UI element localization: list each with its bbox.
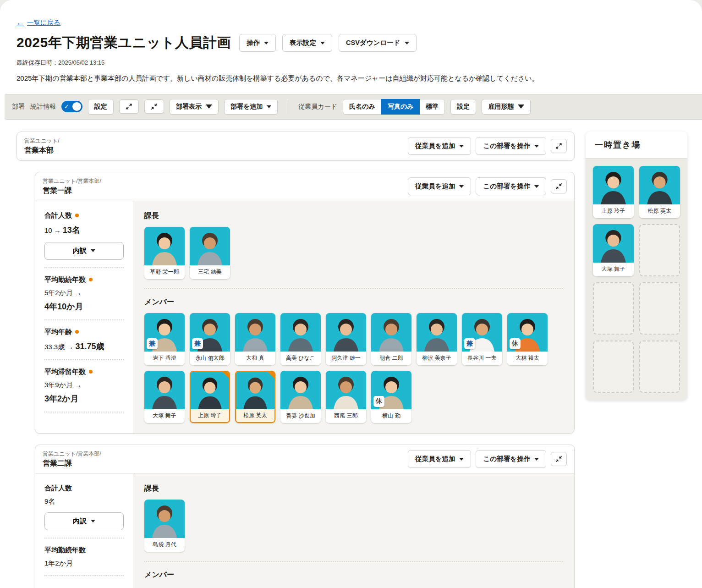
employee-card[interactable]: 三宅 結美 bbox=[190, 227, 230, 279]
stat-block: 合計人数 10 →13名 内訳 bbox=[44, 211, 124, 268]
add-employee-button[interactable]: 従業員を追加 bbox=[408, 177, 471, 195]
view-toolbar: 部署 統計情報 ✓ 設定 部署表示 部署を追加 従業員カード 氏名のみ写真のみ標… bbox=[5, 94, 702, 120]
avatar bbox=[593, 224, 634, 263]
employee-card[interactable]: 松原 英太 bbox=[639, 166, 680, 218]
card-settings-button[interactable]: 設定 bbox=[450, 99, 476, 115]
back-to-list-link[interactable]: ←一覧に戻る bbox=[16, 18, 60, 27]
stat-block: 平均滞留年数 3年9か月 →3年2か月 bbox=[44, 368, 124, 412]
employee-card[interactable]: 大塚 舞子 bbox=[593, 224, 634, 276]
employee-card[interactable]: 阿久津 雄一 bbox=[326, 313, 366, 365]
employee-card[interactable]: 休 横山 勤 bbox=[371, 371, 411, 423]
employee-photo bbox=[417, 313, 457, 352]
operate-department-button[interactable]: この部署を操作 bbox=[476, 177, 546, 195]
employment-type-filter-button[interactable]: 雇用形態 bbox=[482, 99, 531, 115]
employee-card[interactable]: 兼 長谷川 一夫 bbox=[462, 313, 502, 365]
breakdown-button[interactable]: 内訳 bbox=[44, 512, 124, 530]
collapse-all-button[interactable] bbox=[144, 99, 164, 114]
employee-photo bbox=[144, 500, 185, 538]
chevron-down-icon bbox=[534, 145, 539, 148]
department-card-eigyo-honbu: 営業ユニット/ 営業本部 従業員を追加 この部署を操作 bbox=[16, 132, 575, 161]
employee-card[interactable]: 高美 ひなこ bbox=[280, 313, 321, 365]
avatar bbox=[639, 166, 680, 204]
groups-area: 課長 島袋 月代 メンバー bbox=[133, 474, 574, 588]
temporary-holding-area: 一時置き場 上原 玲子 松原 英太 bbox=[586, 132, 687, 400]
employee-card[interactable]: 草野 栄一郎 bbox=[144, 227, 185, 279]
employee-card[interactable]: 上原 玲子 bbox=[593, 166, 634, 218]
add-department-button[interactable]: 部署を追加 bbox=[224, 99, 278, 115]
employee-card[interactable]: 上原 玲子 bbox=[190, 371, 230, 423]
collapse-icon bbox=[555, 456, 562, 462]
department-card-eigyo-nika: 営業ユニット/営業本部/ 営業二課 従業員を追加 この部署を操作 合計人数 bbox=[35, 445, 575, 588]
department-body: 合計人数 10 →13名 内訳 平均勤続年数 5年2か月 →4年10か月 平均年… bbox=[35, 201, 574, 433]
add-employee-button[interactable]: 従業員を追加 bbox=[408, 137, 471, 155]
card-mode-option[interactable]: 氏名のみ bbox=[343, 99, 382, 115]
stat-label: 合計人数 bbox=[44, 211, 72, 220]
employee-name: 三宅 結美 bbox=[190, 265, 230, 279]
change-indicator-dot bbox=[75, 214, 79, 217]
statistics-toggle[interactable]: ✓ bbox=[61, 101, 82, 112]
csv-download-button[interactable]: CSVダウンロード bbox=[339, 34, 417, 52]
stat-label: 平均年齢 bbox=[44, 328, 72, 336]
stat-block: 合計人数 9名 内訳 bbox=[44, 484, 124, 539]
employee-card[interactable]: 兼 岩下 香澄 bbox=[144, 313, 185, 365]
card-mode-option-selected[interactable]: 写真のみ bbox=[381, 99, 420, 115]
avatar bbox=[417, 313, 457, 352]
employee-card[interactable]: 松原 英太 bbox=[235, 371, 275, 423]
employee-photo: 兼 bbox=[462, 313, 502, 352]
employee-card[interactable]: 西尾 三郎 bbox=[326, 371, 366, 423]
breakdown-button[interactable]: 内訳 bbox=[44, 242, 124, 260]
department-settings-button[interactable]: 設定 bbox=[88, 99, 114, 115]
department-display-filter-button[interactable]: 部署表示 bbox=[170, 99, 219, 115]
employee-card[interactable]: 朝倉 二郎 bbox=[371, 313, 411, 365]
expand-all-button[interactable] bbox=[119, 99, 139, 114]
stat-value: 9名 bbox=[44, 497, 124, 506]
change-indicator-dot bbox=[75, 330, 79, 334]
collapse-department-button[interactable] bbox=[551, 179, 567, 193]
operations-button[interactable]: 操作 bbox=[239, 34, 276, 52]
employee-name: 西尾 三郎 bbox=[326, 409, 366, 423]
employee-card[interactable]: 島袋 月代 bbox=[144, 500, 185, 552]
collapse-department-button[interactable] bbox=[551, 452, 567, 466]
empty-holding-slot[interactable] bbox=[593, 341, 634, 393]
employee-card[interactable]: 休 大林 裕太 bbox=[507, 313, 548, 365]
employee-card[interactable]: 吾妻 沙也加 bbox=[280, 371, 321, 423]
chevron-down-icon bbox=[267, 105, 271, 108]
group-title: 課長 bbox=[144, 484, 563, 494]
change-indicator-dot bbox=[89, 278, 93, 281]
expand-icon bbox=[555, 143, 562, 149]
avatar bbox=[191, 372, 229, 409]
add-employee-button[interactable]: 従業員を追加 bbox=[408, 450, 471, 468]
group-title: メンバー bbox=[144, 297, 563, 307]
page: ←一覧に戻る 2025年下期営業ユニット人員計画 操作 表示設定 CSVダウンロ… bbox=[0, 0, 702, 588]
card-mode-option[interactable]: 標準 bbox=[419, 99, 445, 115]
divider bbox=[44, 319, 124, 320]
employee-name: 草野 栄一郎 bbox=[144, 265, 185, 279]
chevron-down-icon bbox=[91, 249, 95, 252]
employee-photo: 兼 bbox=[144, 313, 185, 352]
operate-department-button[interactable]: この部署を操作 bbox=[476, 137, 546, 155]
employee-card[interactable]: 柳沢 美奈子 bbox=[417, 313, 457, 365]
stat-value: 1年2か月 bbox=[44, 559, 124, 568]
employee-card-section-label: 従業員カード bbox=[298, 103, 337, 111]
chevron-down-icon bbox=[534, 185, 539, 188]
empty-holding-slot[interactable] bbox=[639, 282, 680, 335]
employee-card[interactable]: 大和 真 bbox=[235, 313, 275, 365]
department-breadcrumb: 営業ユニット/営業本部/ bbox=[43, 177, 101, 185]
filter-icon bbox=[518, 104, 524, 109]
empty-holding-slot[interactable] bbox=[593, 282, 634, 335]
employee-card[interactable]: 兼 永山 侑太郎 bbox=[190, 313, 230, 365]
employee-photo: 兼 bbox=[190, 313, 230, 352]
empty-holding-slot[interactable] bbox=[639, 224, 680, 276]
operate-department-button[interactable]: この部署を操作 bbox=[476, 450, 546, 468]
last-saved-timestamp: 最終保存日時：2025/05/02 13:15 bbox=[16, 59, 686, 67]
employee-photo bbox=[190, 227, 230, 265]
divider bbox=[44, 412, 124, 412]
stat-value: 5年2か月 →4年10か月 bbox=[44, 289, 124, 312]
display-settings-button[interactable]: 表示設定 bbox=[282, 34, 332, 52]
employee-name: 阿久津 雄一 bbox=[326, 352, 366, 365]
chevron-down-icon bbox=[264, 42, 269, 44]
expand-department-button[interactable] bbox=[551, 139, 567, 153]
empty-holding-slot[interactable] bbox=[639, 341, 680, 393]
avatar bbox=[144, 227, 185, 265]
employee-card[interactable]: 大塚 舞子 bbox=[144, 371, 185, 423]
